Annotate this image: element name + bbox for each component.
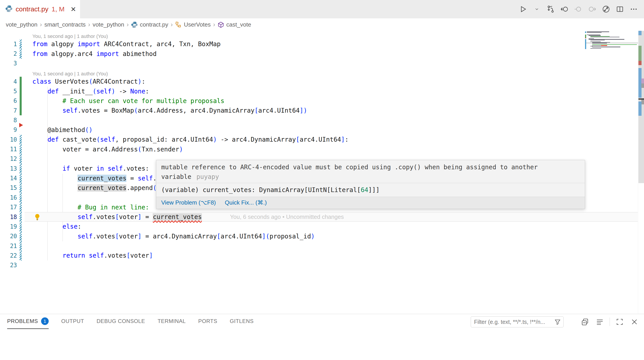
code-line-7[interactable]: 7 self.votes = BoxMap(arc4.Address, arc4…: [0, 106, 644, 115]
line-number[interactable]: 12: [0, 156, 17, 162]
code-line-4[interactable]: 4class UserVotes(ARC4Contract):: [0, 77, 644, 86]
line-number[interactable]: 5: [0, 88, 17, 95]
panel-tab-gitlens[interactable]: GITLENS: [230, 314, 254, 329]
gutter-modified-mark: [20, 164, 22, 173]
line-number[interactable]: 17: [0, 204, 17, 210]
line-number[interactable]: 23: [0, 262, 17, 269]
code-text: # Each user can vote for multiple propos…: [32, 97, 224, 105]
line-number[interactable]: 13: [0, 165, 17, 172]
line-number[interactable]: 4: [0, 78, 17, 85]
code-line-2[interactable]: 2from algopy.arc4 import abimethod: [0, 49, 644, 58]
code-line-6[interactable]: 6 # Each user can vote for multiple prop…: [0, 96, 644, 106]
code-line-9[interactable]: 9 @abimethod(): [0, 125, 644, 135]
panel-tab-debug-console[interactable]: DEBUG CONSOLE: [96, 314, 145, 329]
split-editor-icon[interactable]: [615, 4, 625, 14]
code-line-22[interactable]: 22 return self.votes[voter]: [0, 251, 644, 260]
breadcrumb-item-cast_vote[interactable]: cast_vote: [218, 21, 251, 28]
quick-fix-link[interactable]: Quick Fix... (⌘.): [225, 199, 267, 206]
line-number[interactable]: 6: [0, 97, 17, 104]
line-number[interactable]: 9: [0, 127, 17, 133]
scrollbar[interactable]: [638, 31, 644, 314]
previous-change-icon: [574, 4, 583, 14]
lightbulb-icon[interactable]: [34, 213, 41, 221]
gitlens-graph-icon[interactable]: [601, 4, 611, 14]
collapse-all-icon[interactable]: [595, 317, 605, 327]
hover-signature-number: 64: [361, 186, 368, 193]
code-line-8[interactable]: 8: [0, 115, 644, 125]
bottom-panel: PROBLEMS1OUTPUTDEBUG CONSOLETERMINALPORT…: [0, 314, 644, 360]
line-number[interactable]: 15: [0, 184, 17, 191]
gutter-modified-mark: [20, 154, 22, 164]
line-number[interactable]: 2: [0, 50, 17, 57]
editor-actions: [518, 0, 644, 18]
line-number[interactable]: 7: [0, 107, 17, 114]
line-number[interactable]: 21: [0, 243, 17, 249]
code-text: from algopy import ARC4Contract, arc4, T…: [32, 40, 220, 48]
code-line-23[interactable]: 23: [0, 261, 644, 270]
breadcrumb-item-vote_python[interactable]: vote_python: [6, 21, 38, 28]
more-actions-icon[interactable]: [629, 4, 639, 14]
close-icon[interactable]: ✕: [70, 5, 76, 13]
breadcrumb-item-contract.py[interactable]: contract.py: [131, 21, 168, 28]
code-line-19[interactable]: 19 else:: [0, 222, 644, 231]
blame-annotation: You, 1 second ago | 1 author (You): [0, 31, 644, 39]
chevron-down-icon[interactable]: [532, 4, 542, 14]
code-line-5[interactable]: 5 def __init__(self) -> None:: [0, 86, 644, 96]
code-line-1[interactable]: 1from algopy import ARC4Contract, arc4, …: [0, 39, 644, 49]
code-text: return self.votes[voter]: [32, 252, 153, 259]
close-panel-icon[interactable]: [630, 317, 639, 327]
minimap-line: [588, 39, 624, 39]
line-number[interactable]: 16: [0, 194, 17, 201]
line-number[interactable]: 20: [0, 233, 17, 240]
code-text: from algopy.arc4 import abimethod: [32, 50, 156, 58]
code-line-20[interactable]: 20 self.votes[voter] = arc4.DynamicArray…: [0, 231, 644, 241]
line-number[interactable]: 22: [0, 252, 17, 259]
problems-badge: 1: [41, 317, 49, 325]
panel-tab-terminal[interactable]: TERMINAL: [158, 314, 186, 329]
problems-filter[interactable]: [471, 316, 564, 328]
code-line-10[interactable]: 10 def cast_vote(self, proposal_id: arc4…: [0, 135, 644, 144]
tab-bar: contract.py 1, M ✕: [0, 0, 644, 18]
code-line-3[interactable]: 3: [0, 59, 644, 68]
open-changes-icon[interactable]: [546, 4, 556, 14]
panel-tabs: PROBLEMS1OUTPUTDEBUG CONSOLETERMINALPORT…: [7, 314, 254, 329]
filter-input[interactable]: [474, 319, 554, 325]
tab-title: contract.py: [16, 5, 48, 13]
minimap[interactable]: [585, 31, 638, 95]
minimap-line: [587, 34, 600, 35]
minimap-gutter-deleted: [585, 38, 586, 38]
go-back-icon[interactable]: [560, 4, 570, 14]
panel-tab-ports[interactable]: PORTS: [198, 314, 217, 329]
code-line-21[interactable]: 21: [0, 241, 644, 251]
hover-signature: (variable) current_votes: DynamicArray[U…: [156, 183, 585, 197]
tab-contract-py[interactable]: contract.py 1, M ✕: [0, 0, 80, 18]
line-number[interactable]: 1: [0, 41, 17, 47]
breadcrumb-item-UserVotes[interactable]: UserVotes: [175, 21, 210, 28]
code-text: @abimethod(): [32, 126, 93, 134]
line-number[interactable]: 18: [0, 214, 17, 220]
minimap-gutter-mark: [585, 48, 586, 49]
line-number[interactable]: 14: [0, 175, 17, 181]
view-problem-link[interactable]: View Problem (⌥F8): [161, 199, 216, 206]
line-number[interactable]: 19: [0, 223, 17, 230]
gutter-modified-mark: [20, 183, 22, 193]
code-text: if voter in self.votes:: [32, 165, 149, 172]
breadcrumb-item-smart_contracts[interactable]: smart_contracts: [44, 21, 86, 28]
gutter-added-mark: [20, 96, 22, 106]
overview-ruler-mark: [638, 68, 642, 98]
line-number[interactable]: 3: [0, 60, 17, 67]
breadcrumb-separator: ›: [38, 21, 44, 28]
panel-tab-problems[interactable]: PROBLEMS1: [7, 314, 49, 329]
line-number[interactable]: 10: [0, 136, 17, 143]
panel-tab-output[interactable]: OUTPUT: [61, 314, 84, 329]
minimap-line: [587, 31, 609, 32]
maximize-panel-icon[interactable]: [615, 317, 624, 327]
hover-message: mutable reference to ARC-4-encoded value…: [156, 160, 585, 183]
view-as-table-icon[interactable]: [580, 317, 590, 327]
line-number[interactable]: 11: [0, 146, 17, 153]
code-line-11[interactable]: 11 voter = arc4.Address(Txn.sender): [0, 144, 644, 154]
code-line-18[interactable]: 18 self.votes[voter] = current_votesYou,…: [0, 212, 644, 222]
line-number[interactable]: 8: [0, 117, 17, 124]
play-icon[interactable]: [518, 4, 528, 14]
breadcrumb-item-vote_python[interactable]: vote_python: [93, 21, 124, 28]
